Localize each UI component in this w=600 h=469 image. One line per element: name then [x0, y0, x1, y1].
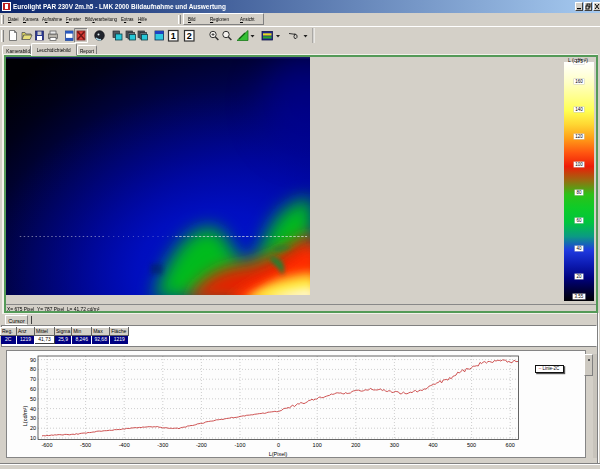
svg-text:0: 0 [277, 442, 280, 448]
svg-text:600: 600 [506, 442, 515, 448]
svg-text:-300: -300 [157, 442, 168, 448]
svg-text:20: 20 [30, 425, 36, 431]
svg-text:-100: -100 [234, 442, 245, 448]
svg-text:100: 100 [313, 442, 322, 448]
svg-text:90: 90 [30, 357, 36, 363]
svg-text:50: 50 [30, 396, 36, 402]
svg-text:L(cd/m²): L(cd/m²) [22, 406, 28, 427]
svg-text:-400: -400 [119, 442, 130, 448]
svg-text:-200: -200 [196, 442, 207, 448]
svg-text:-600: -600 [41, 442, 52, 448]
svg-text:L(Pixel): L(Pixel) [269, 451, 288, 457]
svg-text:30: 30 [30, 415, 36, 421]
svg-text:10: 10 [30, 435, 36, 441]
svg-text:60: 60 [30, 386, 36, 392]
svg-text:40: 40 [30, 406, 36, 412]
svg-text:500: 500 [467, 442, 476, 448]
svg-text:70: 70 [30, 376, 36, 382]
svg-text:200: 200 [351, 442, 360, 448]
svg-text:1: 1 [171, 31, 176, 41]
svg-text:80: 80 [30, 366, 36, 372]
svg-text:2: 2 [187, 31, 192, 41]
svg-text:400: 400 [428, 442, 437, 448]
svg-text:300: 300 [390, 442, 399, 448]
svg-text:-500: -500 [80, 442, 91, 448]
